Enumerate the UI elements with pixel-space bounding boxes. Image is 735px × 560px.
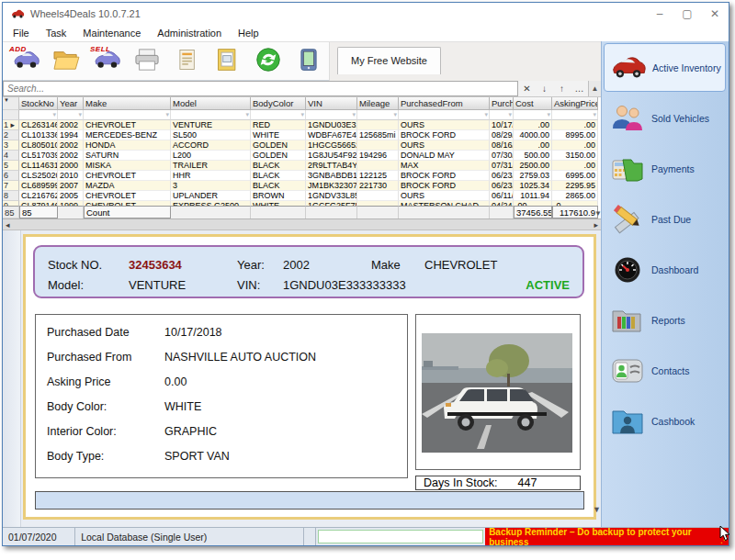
grid-cell[interactable]: MAX (399, 161, 490, 171)
grid-cell[interactable]: 3GNBABDB1AS (306, 171, 357, 181)
menu-task[interactable]: Task (38, 27, 75, 39)
printer-button[interactable] (127, 44, 167, 79)
grid-cell[interactable]: MISKA (84, 161, 171, 171)
grid-cell[interactable]: 2500.00 (514, 161, 552, 171)
my-free-website-tab[interactable]: My Free Website (337, 47, 441, 74)
grid-cell[interactable]: 125685mi (357, 130, 399, 140)
grid-cell[interactable]: 1GNDV33L85D (306, 191, 357, 201)
grid-cell[interactable]: 6995.00 (552, 171, 598, 181)
grid-cell[interactable]: 06/23/2 (490, 171, 514, 181)
grid-cell[interactable]: BROCK FORD (399, 130, 490, 140)
table-row[interactable]: 1 ▸CL2631462002CHEVROLETVENTURERED1GNDU0… (3, 120, 598, 130)
filter-cell-year[interactable]: ▾ (58, 110, 84, 120)
grid-cell[interactable]: MAZDA (84, 181, 171, 191)
grid-cell[interactable]: 2005 (58, 191, 84, 201)
grid-cell[interactable]: CL805010 (19, 140, 58, 151)
open-folder-button[interactable] (46, 44, 86, 79)
row-header[interactable]: 7 (3, 181, 19, 191)
backup-reminder-banner[interactable]: Backup Reminder – Do backup to protect y… (485, 528, 729, 545)
column-header-askingprice[interactable]: AskingPrice (552, 97, 598, 110)
search-prev-icon[interactable]: ↑ (553, 81, 571, 96)
row-header[interactable]: 6 (3, 171, 19, 181)
filter-cell-purchas[interactable]: ▾ (490, 110, 514, 120)
row-header[interactable]: 2 (3, 130, 19, 140)
grid-cell[interactable]: DONALD MAY (399, 151, 490, 161)
grid-horizontal-scrollbar[interactable]: ◂ ▸ (3, 219, 601, 230)
table-row[interactable]: 7CL6895992007MAZDA3BLACKJM1BK32307122173… (3, 181, 598, 191)
grid-cell[interactable] (357, 191, 399, 201)
row-header[interactable]: 8 (3, 191, 19, 201)
add-car-button[interactable]: ADD (6, 44, 46, 79)
close-button[interactable]: ✕ (701, 3, 729, 25)
grid-cell[interactable]: CL517039 (19, 151, 58, 161)
sidebar-item-cashbook[interactable]: Cashbook (604, 397, 726, 445)
grid-cell[interactable]: 2759.03 (514, 171, 552, 181)
search-clear-icon[interactable]: ✕ (518, 81, 536, 96)
sidebar-item-payments[interactable]: Payments (604, 144, 726, 193)
menu-maintenance[interactable]: Maintenance (74, 27, 149, 39)
grid-cell[interactable] (357, 120, 399, 130)
grid-cell[interactable]: GOLDEN (251, 151, 306, 161)
grid-cell[interactable]: 2002 (58, 120, 84, 130)
grid-cell[interactable]: 221730 (357, 181, 399, 191)
grid-cell[interactable]: RED (251, 120, 306, 130)
grid-cell[interactable]: 122125 (357, 171, 399, 181)
column-header-purchas[interactable]: Purchas (490, 97, 514, 110)
grid-cell[interactable]: 1G8JU54F92Y (306, 151, 357, 161)
grid-cell[interactable]: OURS (399, 140, 490, 151)
grid-cell[interactable]: JM1BK323071 (306, 181, 357, 191)
grid-cell[interactable]: .00 (552, 161, 598, 171)
filter-cell-vin[interactable]: ▾ (306, 110, 357, 120)
detail-scroll-down-icon[interactable]: ▼ (593, 505, 601, 514)
grid-cell[interactable]: CLS25020 (19, 171, 58, 181)
table-row[interactable]: 3CL8050102002HONDAACCORDGOLDEN1HGCG56652… (3, 140, 598, 151)
grid-cell[interactable]: 1GNDU03E32D (306, 120, 357, 130)
grid-cell[interactable]: TRAILER (171, 161, 251, 171)
search-input[interactable] (3, 81, 518, 96)
grid-cell[interactable]: 2865.00 (552, 191, 598, 201)
row-header[interactable]: 5 (3, 161, 19, 171)
grid-cell[interactable]: 2010 (58, 171, 84, 181)
grid-cell[interactable]: BROWN (251, 191, 306, 201)
maximize-button[interactable]: ▢ (673, 3, 701, 25)
column-header-bodycolor[interactable]: BodyColor (251, 97, 306, 110)
grid-cell[interactable]: CHEVROLET (84, 191, 171, 201)
mobile-button[interactable] (288, 44, 329, 79)
search-next-icon[interactable]: ↓ (536, 81, 553, 96)
grid-cell[interactable]: CL216762 (19, 191, 58, 201)
grid-cell[interactable]: 2000 (58, 161, 84, 171)
grid-cell[interactable]: 10/17/2 (490, 120, 514, 130)
grid-scroll-down-icon[interactable]: ▼ (594, 209, 602, 218)
filter-cell-cost[interactable]: ▾ (514, 110, 552, 120)
grid-cell[interactable]: VENTURE (171, 120, 251, 130)
row-header[interactable]: 4 (3, 151, 19, 161)
filter-cell-purchasedfrom[interactable]: ▾ (399, 110, 490, 120)
grid-cell[interactable] (357, 140, 399, 151)
filter-cell-mileage[interactable]: ▾ (357, 110, 399, 120)
grid-cell[interactable]: CL263146 (19, 120, 58, 130)
grid-cell[interactable]: 06/11/2 (490, 191, 514, 201)
grid-cell[interactable]: 1HGCG56652A (306, 140, 357, 151)
grid-cell[interactable]: 07/30/2 (490, 151, 514, 161)
grid-scroll-up-icon[interactable]: ▲ (588, 81, 601, 96)
grid-cell[interactable]: 2002 (58, 151, 84, 161)
grid-cell[interactable]: L200 (171, 151, 251, 161)
table-row[interactable]: 4CL5170392002SATURNL200GOLDEN1G8JU54F92Y… (3, 151, 598, 161)
column-header-stockno[interactable]: StockNo (19, 97, 58, 110)
grid-cell[interactable]: BLACK (251, 171, 306, 181)
grid-cell[interactable]: CL689599 (19, 181, 58, 191)
filter-cell-askingprice[interactable]: ▾ (552, 110, 598, 120)
grid-cell[interactable]: CHEVROLET (84, 120, 171, 130)
grid-cell[interactable]: 2R9LTTAB4YW (306, 161, 357, 171)
table-row[interactable]: 6CLS250202010CHEVROLETHHRBLACK3GNBABDB1A… (3, 171, 598, 181)
column-header-model[interactable]: Model (171, 97, 251, 110)
filter-funnel-icon[interactable]: ▼ (3, 97, 19, 110)
filter-cell-make[interactable]: ▾ (84, 110, 171, 120)
sidebar-item-active-inventory[interactable]: Active Inventory (604, 43, 726, 92)
column-header-purchasedfrom[interactable]: PurchasedFrom (399, 97, 490, 110)
sync-button[interactable] (248, 44, 288, 79)
sell-car-button[interactable]: SELL (86, 44, 127, 79)
vehicle-photo[interactable] (415, 314, 581, 470)
sidebar-item-dashboard[interactable]: Dashboard (604, 245, 726, 294)
grid-cell[interactable]: CL114631 (19, 161, 58, 171)
